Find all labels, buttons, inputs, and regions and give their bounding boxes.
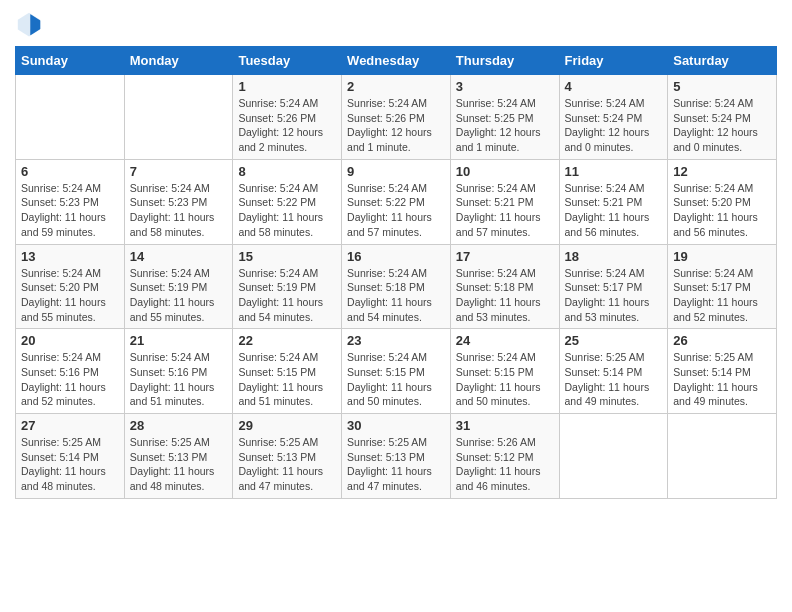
day-info: Sunrise: 5:24 AM Sunset: 5:21 PM Dayligh… (456, 181, 554, 240)
calendar-cell: 3Sunrise: 5:24 AM Sunset: 5:25 PM Daylig… (450, 75, 559, 160)
logo (15, 10, 47, 38)
calendar-cell: 25Sunrise: 5:25 AM Sunset: 5:14 PM Dayli… (559, 329, 668, 414)
calendar-cell: 2Sunrise: 5:24 AM Sunset: 5:26 PM Daylig… (342, 75, 451, 160)
day-info: Sunrise: 5:24 AM Sunset: 5:19 PM Dayligh… (238, 266, 336, 325)
day-number: 27 (21, 418, 119, 433)
calendar-cell: 8Sunrise: 5:24 AM Sunset: 5:22 PM Daylig… (233, 159, 342, 244)
calendar-cell: 5Sunrise: 5:24 AM Sunset: 5:24 PM Daylig… (668, 75, 777, 160)
calendar-cell (124, 75, 233, 160)
calendar-cell: 21Sunrise: 5:24 AM Sunset: 5:16 PM Dayli… (124, 329, 233, 414)
calendar-cell: 23Sunrise: 5:24 AM Sunset: 5:15 PM Dayli… (342, 329, 451, 414)
calendar-week-row: 6Sunrise: 5:24 AM Sunset: 5:23 PM Daylig… (16, 159, 777, 244)
day-number: 10 (456, 164, 554, 179)
calendar-cell: 28Sunrise: 5:25 AM Sunset: 5:13 PM Dayli… (124, 414, 233, 499)
day-number: 30 (347, 418, 445, 433)
calendar-cell: 31Sunrise: 5:26 AM Sunset: 5:12 PM Dayli… (450, 414, 559, 499)
day-info: Sunrise: 5:25 AM Sunset: 5:14 PM Dayligh… (673, 350, 771, 409)
day-number: 8 (238, 164, 336, 179)
calendar-cell: 6Sunrise: 5:24 AM Sunset: 5:23 PM Daylig… (16, 159, 125, 244)
day-info: Sunrise: 5:24 AM Sunset: 5:17 PM Dayligh… (565, 266, 663, 325)
day-number: 24 (456, 333, 554, 348)
day-info: Sunrise: 5:25 AM Sunset: 5:14 PM Dayligh… (565, 350, 663, 409)
day-info: Sunrise: 5:24 AM Sunset: 5:22 PM Dayligh… (238, 181, 336, 240)
calendar-header-row: SundayMondayTuesdayWednesdayThursdayFrid… (16, 47, 777, 75)
day-number: 15 (238, 249, 336, 264)
day-info: Sunrise: 5:24 AM Sunset: 5:20 PM Dayligh… (673, 181, 771, 240)
day-number: 2 (347, 79, 445, 94)
day-info: Sunrise: 5:24 AM Sunset: 5:26 PM Dayligh… (238, 96, 336, 155)
day-info: Sunrise: 5:24 AM Sunset: 5:24 PM Dayligh… (565, 96, 663, 155)
calendar-week-row: 20Sunrise: 5:24 AM Sunset: 5:16 PM Dayli… (16, 329, 777, 414)
calendar-table: SundayMondayTuesdayWednesdayThursdayFrid… (15, 46, 777, 499)
calendar-cell (16, 75, 125, 160)
day-number: 25 (565, 333, 663, 348)
calendar-cell: 12Sunrise: 5:24 AM Sunset: 5:20 PM Dayli… (668, 159, 777, 244)
calendar-cell: 19Sunrise: 5:24 AM Sunset: 5:17 PM Dayli… (668, 244, 777, 329)
day-info: Sunrise: 5:24 AM Sunset: 5:24 PM Dayligh… (673, 96, 771, 155)
day-number: 12 (673, 164, 771, 179)
day-number: 11 (565, 164, 663, 179)
day-info: Sunrise: 5:24 AM Sunset: 5:18 PM Dayligh… (456, 266, 554, 325)
day-info: Sunrise: 5:25 AM Sunset: 5:13 PM Dayligh… (130, 435, 228, 494)
header-thursday: Thursday (450, 47, 559, 75)
calendar-cell: 16Sunrise: 5:24 AM Sunset: 5:18 PM Dayli… (342, 244, 451, 329)
page-header (15, 10, 777, 38)
day-number: 4 (565, 79, 663, 94)
day-number: 28 (130, 418, 228, 433)
day-number: 14 (130, 249, 228, 264)
calendar-cell: 1Sunrise: 5:24 AM Sunset: 5:26 PM Daylig… (233, 75, 342, 160)
day-info: Sunrise: 5:26 AM Sunset: 5:12 PM Dayligh… (456, 435, 554, 494)
day-number: 29 (238, 418, 336, 433)
day-number: 16 (347, 249, 445, 264)
calendar-week-row: 1Sunrise: 5:24 AM Sunset: 5:26 PM Daylig… (16, 75, 777, 160)
day-number: 5 (673, 79, 771, 94)
calendar-week-row: 27Sunrise: 5:25 AM Sunset: 5:14 PM Dayli… (16, 414, 777, 499)
day-number: 21 (130, 333, 228, 348)
calendar-cell: 10Sunrise: 5:24 AM Sunset: 5:21 PM Dayli… (450, 159, 559, 244)
day-number: 1 (238, 79, 336, 94)
day-info: Sunrise: 5:24 AM Sunset: 5:18 PM Dayligh… (347, 266, 445, 325)
calendar-cell: 20Sunrise: 5:24 AM Sunset: 5:16 PM Dayli… (16, 329, 125, 414)
calendar-week-row: 13Sunrise: 5:24 AM Sunset: 5:20 PM Dayli… (16, 244, 777, 329)
day-info: Sunrise: 5:24 AM Sunset: 5:16 PM Dayligh… (21, 350, 119, 409)
calendar-cell (559, 414, 668, 499)
day-info: Sunrise: 5:25 AM Sunset: 5:13 PM Dayligh… (238, 435, 336, 494)
calendar-cell: 9Sunrise: 5:24 AM Sunset: 5:22 PM Daylig… (342, 159, 451, 244)
calendar-cell (668, 414, 777, 499)
day-number: 17 (456, 249, 554, 264)
day-info: Sunrise: 5:24 AM Sunset: 5:23 PM Dayligh… (130, 181, 228, 240)
day-number: 9 (347, 164, 445, 179)
header-wednesday: Wednesday (342, 47, 451, 75)
day-number: 18 (565, 249, 663, 264)
day-number: 7 (130, 164, 228, 179)
header-tuesday: Tuesday (233, 47, 342, 75)
day-info: Sunrise: 5:25 AM Sunset: 5:13 PM Dayligh… (347, 435, 445, 494)
day-number: 23 (347, 333, 445, 348)
logo-icon (15, 10, 43, 38)
calendar-cell: 15Sunrise: 5:24 AM Sunset: 5:19 PM Dayli… (233, 244, 342, 329)
calendar-cell: 30Sunrise: 5:25 AM Sunset: 5:13 PM Dayli… (342, 414, 451, 499)
calendar-cell: 24Sunrise: 5:24 AM Sunset: 5:15 PM Dayli… (450, 329, 559, 414)
day-info: Sunrise: 5:24 AM Sunset: 5:21 PM Dayligh… (565, 181, 663, 240)
calendar-cell: 14Sunrise: 5:24 AM Sunset: 5:19 PM Dayli… (124, 244, 233, 329)
day-info: Sunrise: 5:24 AM Sunset: 5:17 PM Dayligh… (673, 266, 771, 325)
day-info: Sunrise: 5:24 AM Sunset: 5:20 PM Dayligh… (21, 266, 119, 325)
day-info: Sunrise: 5:24 AM Sunset: 5:19 PM Dayligh… (130, 266, 228, 325)
svg-marker-2 (30, 14, 40, 35)
header-monday: Monday (124, 47, 233, 75)
day-info: Sunrise: 5:24 AM Sunset: 5:16 PM Dayligh… (130, 350, 228, 409)
day-number: 20 (21, 333, 119, 348)
day-number: 3 (456, 79, 554, 94)
day-number: 6 (21, 164, 119, 179)
day-info: Sunrise: 5:24 AM Sunset: 5:22 PM Dayligh… (347, 181, 445, 240)
day-info: Sunrise: 5:24 AM Sunset: 5:15 PM Dayligh… (238, 350, 336, 409)
day-info: Sunrise: 5:24 AM Sunset: 5:25 PM Dayligh… (456, 96, 554, 155)
day-number: 31 (456, 418, 554, 433)
calendar-cell: 27Sunrise: 5:25 AM Sunset: 5:14 PM Dayli… (16, 414, 125, 499)
calendar-cell: 7Sunrise: 5:24 AM Sunset: 5:23 PM Daylig… (124, 159, 233, 244)
calendar-cell: 17Sunrise: 5:24 AM Sunset: 5:18 PM Dayli… (450, 244, 559, 329)
calendar-cell: 18Sunrise: 5:24 AM Sunset: 5:17 PM Dayli… (559, 244, 668, 329)
day-number: 22 (238, 333, 336, 348)
calendar-cell: 22Sunrise: 5:24 AM Sunset: 5:15 PM Dayli… (233, 329, 342, 414)
header-saturday: Saturday (668, 47, 777, 75)
